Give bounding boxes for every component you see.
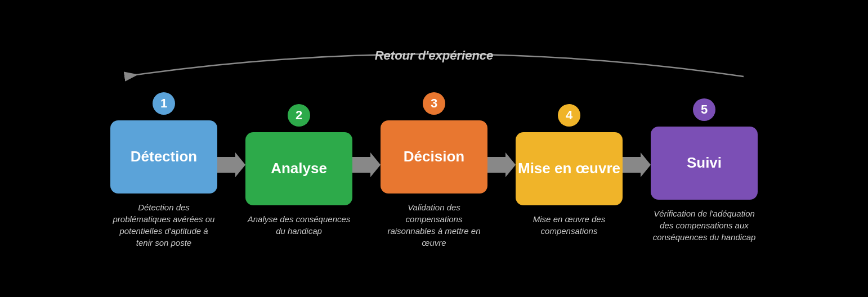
step-4: 4Mise en œuvreMise en œuvre des compensa…: [516, 104, 623, 237]
retour-arc: Retour d'expérience: [96, 48, 772, 82]
step-1: 1DétectionDétection des problématiques a…: [110, 92, 217, 249]
arrow-1: [217, 152, 245, 177]
step-desc-2: Analyse des conséquences du handicap: [245, 213, 352, 237]
step-box-2: Analyse: [245, 132, 352, 205]
step-desc-1: Détection des problématiques avérées ou …: [110, 201, 217, 249]
step-5: 5SuiviVérification de l'adéquation des c…: [651, 98, 758, 243]
svg-marker-2: [352, 152, 381, 177]
step-box-3: Décision: [381, 120, 487, 194]
step-number-5: 5: [693, 98, 715, 121]
steps-row: 1DétectionDétection des problématiques a…: [110, 92, 758, 249]
arrow-3: [487, 152, 516, 177]
step-desc-5: Vérification de l'adéquation des compens…: [651, 208, 758, 243]
step-desc-3: Validation des compensations raisonnable…: [381, 201, 487, 249]
step-2: 2AnalyseAnalyse des conséquences du hand…: [245, 104, 352, 237]
step-number-2: 2: [288, 104, 310, 127]
step-desc-4: Mise en œuvre des compensations: [516, 213, 623, 237]
arrow-2: [352, 152, 381, 177]
step-number-1: 1: [153, 92, 175, 115]
step-3: 3DécisionValidation des compensations ra…: [381, 92, 487, 249]
step-box-5: Suivi: [651, 127, 758, 200]
arrow-4: [623, 152, 651, 177]
step-box-1: Détection: [110, 120, 217, 194]
step-number-3: 3: [423, 92, 445, 115]
step-box-4: Mise en œuvre: [516, 132, 623, 205]
main-container: Retour d'expérience 1DétectionDétection …: [17, 48, 851, 249]
svg-marker-3: [487, 152, 516, 177]
retour-label: Retour d'expérience: [375, 48, 494, 63]
step-number-4: 4: [558, 104, 580, 127]
svg-marker-1: [217, 152, 245, 177]
svg-marker-4: [623, 152, 651, 177]
